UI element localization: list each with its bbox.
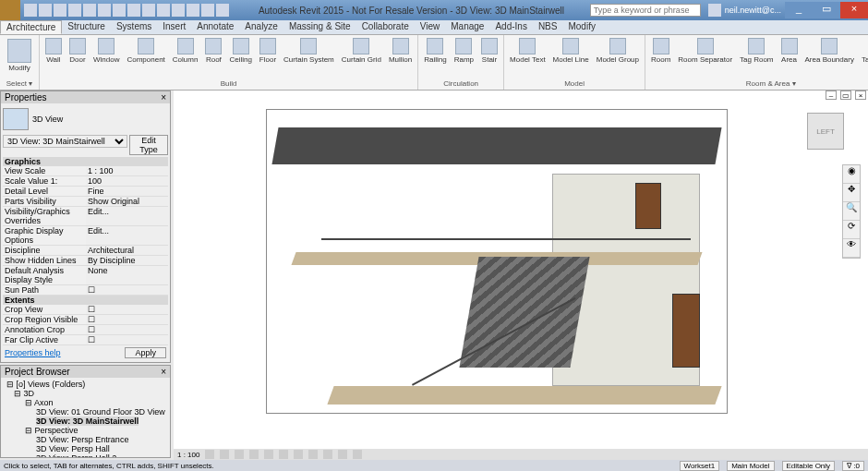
room-button-2[interactable]: Tag Room: [738, 37, 775, 65]
prop-val-5[interactable]: Edit...: [86, 226, 168, 245]
qat-redo-icon[interactable]: [68, 4, 81, 17]
tab-structure[interactable]: Structure: [62, 20, 111, 34]
tab-view[interactable]: View: [415, 20, 446, 34]
user-label[interactable]: neil.newitt@c...: [725, 6, 781, 15]
qat-default3d-icon[interactable]: [157, 4, 170, 17]
prop-val-1[interactable]: 100: [86, 176, 168, 186]
sun-path-icon[interactable]: [235, 450, 244, 459]
tab-architecture[interactable]: Architecture: [0, 20, 62, 34]
prop-val-0[interactable]: 1 : 100: [86, 166, 168, 175]
qat-print-icon[interactable]: [83, 4, 96, 17]
view-selector[interactable]: 3D View: 3D MainStairwell: [3, 135, 127, 148]
rendering-icon[interactable]: [264, 450, 273, 459]
qat-open-icon[interactable]: [24, 4, 37, 17]
visual-style-icon[interactable]: [220, 450, 229, 459]
tree-item-1[interactable]: ⊟ 3D: [3, 389, 168, 398]
tree-item-7[interactable]: 3D View: Persp Hall: [3, 444, 168, 453]
build-button-3[interactable]: Component: [125, 37, 166, 65]
tab-modify[interactable]: Modify: [562, 20, 600, 34]
viewcube[interactable]: LEFT: [802, 107, 851, 157]
qat-save-icon[interactable]: [39, 4, 52, 17]
tab-massing[interactable]: Massing & Site: [283, 20, 356, 34]
qat-closewin-icon[interactable]: [201, 4, 214, 17]
analytical-icon[interactable]: [353, 450, 362, 459]
prop-val-3[interactable]: Show Original: [86, 197, 168, 206]
editable-only-toggle[interactable]: Editable Only: [782, 461, 836, 471]
infocenter-icon[interactable]: [708, 4, 721, 17]
build-button-0[interactable]: Wall: [43, 37, 64, 65]
build-button-10[interactable]: Mullion: [387, 37, 414, 65]
crop-icon[interactable]: [279, 450, 288, 459]
qat-measure-icon[interactable]: [98, 4, 111, 17]
panel-room-area-label[interactable]: Room & Area ▾: [746, 79, 796, 88]
tab-addins[interactable]: Add-Ins: [489, 20, 532, 34]
apply-button[interactable]: Apply: [125, 347, 166, 358]
prop-val-6[interactable]: Architectural: [86, 246, 168, 255]
project-browser-tree[interactable]: ⊟ [o] Views (Folders)⊟ 3D⊟ Axon3D View: …: [1, 378, 170, 458]
room-button-0[interactable]: Room: [649, 37, 672, 65]
app-menu-button[interactable]: [0, 0, 20, 20]
temp-hide-icon[interactable]: [323, 450, 332, 459]
model-button-1[interactable]: Model Line: [551, 37, 591, 65]
properties-close-icon[interactable]: ×: [161, 92, 166, 103]
tree-item-3[interactable]: 3D View: 01 Ground Floor 3D View: [3, 407, 168, 417]
tree-item-8[interactable]: 3D View: Persp Hall 2: [3, 453, 168, 458]
panel-select-label[interactable]: Select ▾: [6, 79, 32, 88]
project-browser-close-icon[interactable]: ×: [161, 367, 166, 377]
detail-level-icon[interactable]: [205, 450, 214, 459]
tab-nbs[interactable]: NBS: [533, 20, 563, 34]
vp-minimize-icon[interactable]: –: [826, 91, 837, 100]
vp-maximize-icon[interactable]: ▭: [840, 91, 851, 100]
edit-type-button[interactable]: Edit Type: [129, 135, 168, 155]
build-button-4[interactable]: Column: [171, 37, 200, 65]
qat-tag-icon[interactable]: [127, 4, 140, 17]
build-button-1[interactable]: Door: [67, 37, 88, 65]
search-input[interactable]: [590, 4, 701, 17]
nav-orbit-icon[interactable]: ⟳: [843, 221, 860, 239]
nav-look-icon[interactable]: 👁: [843, 239, 860, 258]
qat-thinlines-icon[interactable]: [187, 4, 199, 17]
nav-pan-icon[interactable]: ✥: [843, 184, 860, 202]
qat-align-icon[interactable]: [113, 4, 126, 17]
build-button-6[interactable]: Ceiling: [227, 37, 253, 65]
build-button-8[interactable]: Curtain System: [282, 37, 336, 65]
ext-val-3[interactable]: ☐: [86, 335, 168, 344]
shadows-icon[interactable]: [249, 450, 259, 459]
ext-val-2[interactable]: ☐: [86, 325, 168, 334]
prop-val-9[interactable]: ☐: [86, 285, 168, 295]
window-maximize-button[interactable]: ▭: [813, 2, 840, 18]
nav-zoom-icon[interactable]: 🔍: [843, 202, 860, 221]
prop-val-7[interactable]: By Discipline: [86, 256, 168, 265]
tree-item-0[interactable]: ⊟ [o] Views (Folders): [3, 380, 168, 389]
qat-switch-icon[interactable]: [216, 4, 229, 17]
tree-item-2[interactable]: ⊟ Axon: [3, 398, 168, 407]
modify-button[interactable]: Modify: [4, 37, 35, 74]
nav-wheel-icon[interactable]: ◉: [843, 165, 860, 184]
tab-systems[interactable]: Systems: [111, 20, 157, 34]
properties-help-link[interactable]: Properties help: [3, 346, 63, 359]
qat-undo-icon[interactable]: [54, 4, 66, 17]
tab-insert[interactable]: Insert: [157, 20, 191, 34]
reveal-hidden-icon[interactable]: [338, 450, 347, 459]
tab-analyze[interactable]: Analyze: [239, 20, 283, 34]
room-button-1[interactable]: Room Separator: [676, 37, 734, 65]
circ-button-2[interactable]: Stair: [479, 37, 500, 65]
tree-item-4[interactable]: 3D View: 3D MainStairwell: [3, 417, 168, 426]
lock-3d-icon[interactable]: [308, 450, 318, 459]
view-scale-label[interactable]: 1 : 100: [177, 451, 199, 459]
ext-val-0[interactable]: ☐: [86, 305, 168, 314]
viewcube-face[interactable]: LEFT: [816, 127, 835, 136]
room-button-5[interactable]: Tag Area: [860, 37, 868, 65]
tree-item-6[interactable]: 3D View: Persp Entrance: [3, 435, 168, 444]
room-button-4[interactable]: Area Boundary: [803, 37, 856, 65]
workset-button[interactable]: Workset1: [680, 461, 720, 471]
build-button-7[interactable]: Floor: [258, 37, 278, 65]
build-button-5[interactable]: Roof: [203, 37, 223, 65]
viewport-3d[interactable]: – ▭ × LEFT ◉ ✥ 🔍 ⟳ 👁: [174, 91, 868, 449]
tree-item-5[interactable]: ⊟ Perspective: [3, 426, 168, 435]
build-button-2[interactable]: Window: [91, 37, 121, 65]
circ-button-0[interactable]: Railing: [422, 37, 448, 65]
qat-section-icon[interactable]: [172, 4, 185, 17]
tab-collaborate[interactable]: Collaborate: [356, 20, 415, 34]
room-button-3[interactable]: Area: [779, 37, 800, 65]
